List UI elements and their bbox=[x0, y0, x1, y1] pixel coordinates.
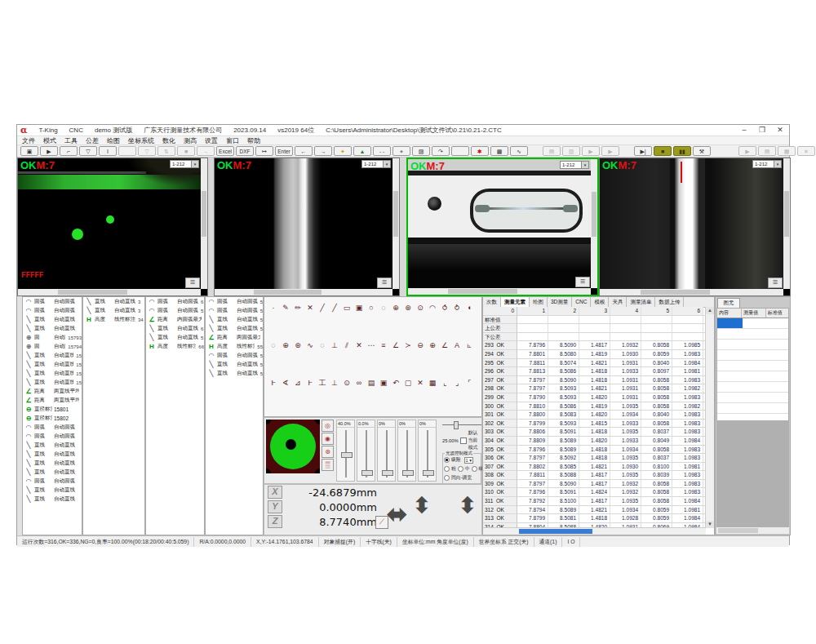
element-panel-body[interactable] bbox=[716, 318, 789, 423]
tool-button[interactable]: ✕ bbox=[353, 340, 365, 351]
tool-button[interactable]: ⊕ bbox=[280, 340, 291, 351]
list-item[interactable]: ⊕ 圆 自动圆 15794 bbox=[23, 342, 82, 351]
minimize-button[interactable]: – bbox=[735, 125, 753, 135]
list-item[interactable]: ╲ 直线 自动直线 5 bbox=[146, 333, 204, 342]
toolbar-button[interactable]: ▥ bbox=[562, 146, 580, 156]
tool-button[interactable]: Ⱶ bbox=[304, 377, 316, 389]
tool-button[interactable]: ✕ bbox=[415, 377, 426, 389]
toolbar-button[interactable]: - - bbox=[373, 146, 391, 156]
jog-horizontal-arrow[interactable]: ⬌ bbox=[387, 500, 407, 528]
toolbar-button[interactable]: ▤ bbox=[758, 146, 776, 156]
toolbar-button[interactable]: ▣ bbox=[20, 146, 38, 156]
tool-button[interactable]: ∿ bbox=[304, 340, 316, 351]
tool-button[interactable]: ⦜ bbox=[463, 340, 475, 351]
list-item[interactable]: ◠ 圆弧 自动圆弧 bbox=[23, 432, 82, 441]
table-row[interactable]: 313 OK 7.8799 8.5081 1.4818 1.0928 0.805… bbox=[483, 514, 706, 523]
tool-button[interactable]: ⌜ bbox=[463, 377, 475, 389]
camera-pane-3-active[interactable]: OKM:7 1-212▾ ☰ bbox=[406, 158, 599, 296]
toolbar-button[interactable]: ■ bbox=[177, 146, 195, 156]
tool-button[interactable]: ▢ bbox=[402, 377, 414, 389]
menu-item[interactable]: 模式 bbox=[43, 136, 56, 145]
tool-button[interactable]: ⊥ bbox=[329, 377, 340, 389]
tool-button[interactable]: ⥀ bbox=[439, 302, 450, 313]
table-row[interactable]: 300 OK 7.8810 8.5086 1.4819 1.0935 0.805… bbox=[483, 402, 706, 411]
toolbar-button[interactable] bbox=[530, 146, 541, 156]
light-channel-slider[interactable]: 0% bbox=[397, 420, 416, 482]
tool-button[interactable]: ⊥ bbox=[329, 340, 340, 351]
toolbar-button[interactable]: ▽ bbox=[138, 146, 156, 156]
list-item[interactable]: ◠ 圆弧 自动圆弧 5 bbox=[206, 297, 263, 306]
level-mid-radio[interactable] bbox=[458, 466, 463, 472]
toolbar-button[interactable]: ▶ bbox=[601, 146, 619, 156]
camera-vscrollbar[interactable] bbox=[591, 159, 597, 288]
tool-button[interactable]: ▣ bbox=[353, 302, 365, 313]
toolbar-button[interactable]: ✕ bbox=[797, 146, 815, 156]
camera-zoom-select[interactable]: 1-212▾ bbox=[361, 160, 391, 168]
toolbar-button[interactable]: Excel bbox=[216, 146, 234, 156]
list-item[interactable]: H 高度 线性标注 55 bbox=[206, 342, 263, 351]
table-hscrollbar[interactable] bbox=[483, 527, 706, 535]
list-item[interactable]: ╲ 直线 自动直线 3 bbox=[83, 297, 144, 306]
toolbar-button[interactable]: ▦ bbox=[778, 146, 796, 156]
jog-vertical-arrow[interactable]: ⬍ bbox=[413, 493, 431, 518]
list-item[interactable]: ╲ 直线 自动直线 15 bbox=[23, 369, 82, 378]
list-item[interactable]: ∠ 距离 两直线平均距 bbox=[23, 387, 82, 396]
maximize-button[interactable]: ❐ bbox=[753, 125, 771, 135]
camera-pane-4[interactable]: OKM:7 1-212▾ ☰ bbox=[599, 158, 791, 296]
table-row[interactable]: 312 OK 7.8794 8.5089 1.4821 1.0934 0.805… bbox=[483, 506, 706, 515]
camera-hscrollbar[interactable] bbox=[215, 289, 392, 295]
list-item[interactable]: ╲ 直线 自动直线 bbox=[23, 495, 82, 504]
list-item[interactable]: ⊖ 直径标注 15801 bbox=[23, 405, 82, 414]
toolbar-button[interactable] bbox=[621, 146, 632, 156]
table-row[interactable]: 307 OK 7.8802 8.5085 1.4821 1.0930 0.810… bbox=[483, 463, 706, 472]
table-row[interactable]: 308 OK 7.8811 8.5088 1.4817 1.0935 0.803… bbox=[483, 471, 706, 480]
tool-button[interactable]: ○ bbox=[366, 302, 377, 313]
tool-button[interactable]: ✕ bbox=[304, 302, 316, 313]
table-tab[interactable]: 夹具 bbox=[609, 297, 627, 307]
pan-hand-icon[interactable]: ☰ bbox=[768, 278, 783, 288]
tool-button[interactable]: ⊿ bbox=[292, 377, 304, 389]
light-channel-slider[interactable]: 0.0% bbox=[357, 420, 375, 482]
toolbar-button[interactable]: ▶ bbox=[738, 146, 756, 156]
x-axis-icon[interactable]: X bbox=[268, 486, 282, 499]
toolbar-button[interactable]: DXF bbox=[236, 146, 254, 156]
master-light-slider[interactable] bbox=[442, 421, 481, 428]
tool-button[interactable]: ▦ bbox=[427, 377, 438, 389]
toolbar-button[interactable]: ✦ bbox=[334, 146, 352, 156]
table-row[interactable]: 293 OK 7.8796 8.5090 1.4817 1.0932 0.805… bbox=[483, 341, 706, 350]
list-item[interactable]: ∠ 距离 两直线平均距 bbox=[23, 396, 82, 405]
table-row[interactable]: 301 OK 7.8800 8.5083 1.4820 1.0934 0.804… bbox=[483, 411, 706, 420]
list-item[interactable]: ╲ 直线 自动直线 5 bbox=[206, 315, 263, 324]
table-row[interactable]: 标准值 bbox=[483, 316, 706, 325]
tool-button[interactable]: ╱ bbox=[317, 302, 328, 313]
list-item[interactable]: ⊕ 圆 自动圆 15793 bbox=[23, 333, 82, 342]
toolbar-button[interactable]: ▶ bbox=[40, 146, 58, 156]
list-item[interactable]: ╲ 直线 自动直线 bbox=[23, 450, 82, 459]
camera-hscrollbar[interactable] bbox=[600, 289, 783, 295]
menu-item[interactable]: 公差 bbox=[86, 136, 99, 145]
list-item[interactable]: ◠ 圆弧 自动圆弧 bbox=[23, 297, 82, 306]
table-tab[interactable]: CNC bbox=[572, 297, 591, 307]
tool-button[interactable]: Ⱶ bbox=[268, 377, 279, 389]
table-row[interactable]: 306 OK 7.8797 8.5092 1.4818 1.0935 0.803… bbox=[483, 454, 706, 463]
element-panel-hscrollbar[interactable] bbox=[716, 527, 789, 534]
list-item[interactable]: ⊖ 直径标注 15802 bbox=[23, 414, 82, 423]
table-tab[interactable]: 测量清单 bbox=[627, 297, 655, 307]
tool-button[interactable]: A bbox=[451, 340, 463, 351]
list-item[interactable]: ╲ 直线 自动直线 15 bbox=[23, 351, 82, 360]
light-channel-slider[interactable]: 0% bbox=[418, 420, 437, 482]
list-item[interactable]: ╲ 直线 自动直线 6 bbox=[146, 324, 204, 333]
toolbar-button[interactable]: ↦ bbox=[255, 146, 273, 156]
toolbar-button[interactable] bbox=[451, 146, 469, 156]
list-item[interactable]: ╲ 直线 自动直线 3 bbox=[83, 306, 144, 315]
ring-segment-button[interactable]: ◎ bbox=[322, 420, 334, 432]
table-row[interactable]: 305 OK 7.8796 8.5089 1.4818 1.0934 0.805… bbox=[483, 446, 706, 455]
toolbar-button[interactable]: ⇅ bbox=[157, 146, 175, 156]
list-item[interactable]: ╲ 直线 自动直线 bbox=[23, 315, 82, 324]
list-item[interactable]: ╲ 直线 自动直线 bbox=[23, 441, 82, 450]
ring-segment-button[interactable]: ▒ bbox=[322, 459, 334, 471]
list-item[interactable]: ╲ 直线 自动直线 5 bbox=[206, 360, 263, 369]
tool-button[interactable]: ≡ bbox=[378, 340, 389, 351]
pan-hand-icon[interactable]: ☰ bbox=[185, 278, 200, 288]
tool-button[interactable]: ✎ bbox=[280, 302, 291, 313]
